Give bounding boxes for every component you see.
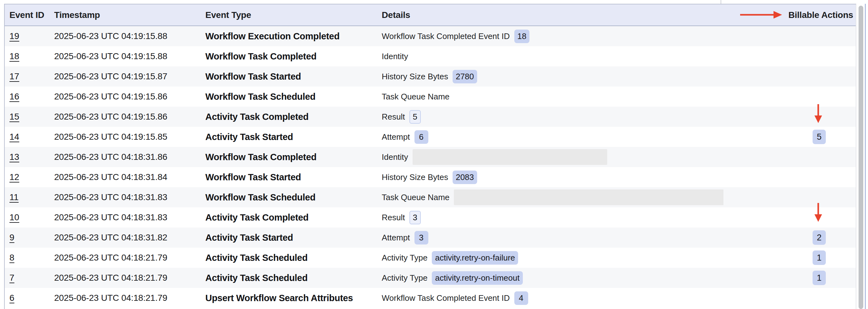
table-header-row: Event ID Timestamp Event Type Details Bi… (5, 4, 856, 26)
event-type-cell: Activity Task Scheduled (205, 273, 382, 283)
event-id-link[interactable]: 13 (9, 152, 19, 162)
event-type-cell: Workflow Task Scheduled (205, 192, 382, 203)
table-row[interactable]: 72025-06-23 UTC 04:18:21.79Activity Task… (5, 268, 856, 288)
event-type-cell: Workflow Task Completed (205, 152, 382, 162)
table-row[interactable]: 102025-06-23 UTC 04:18:31.83Activity Tas… (5, 207, 856, 228)
column-header-billable-actions: Billable Actions (788, 10, 856, 20)
event-id-link[interactable]: 10 (9, 212, 19, 222)
table-row[interactable]: 182025-06-23 UTC 04:19:15.88Workflow Tas… (5, 46, 856, 66)
event-id-link[interactable]: 9 (9, 233, 14, 242)
event-id-cell: 6 (5, 293, 54, 303)
event-id-link[interactable]: 17 (9, 71, 19, 81)
table-row[interactable]: 112025-06-23 UTC 04:18:31.83Workflow Tas… (5, 187, 856, 207)
event-id-cell: 18 (5, 51, 54, 61)
billable-actions-cell: 2 (723, 230, 856, 245)
table-row[interactable]: 122025-06-23 UTC 04:18:31.84Workflow Tas… (5, 167, 856, 187)
timestamp-cell: 2025-06-23 UTC 04:19:15.88 (54, 31, 205, 41)
details-cell: Attempt3 (382, 231, 723, 244)
table-row[interactable]: 92025-06-23 UTC 04:18:31.82Activity Task… (5, 228, 856, 248)
scrollbar-thumb[interactable] (859, 6, 863, 309)
timestamp-cell: 2025-06-23 UTC 04:18:31.83 (54, 212, 205, 222)
detail-value-badge: 6 (414, 130, 428, 144)
detail-label: Activity Type (382, 253, 427, 263)
detail-label: Workflow Task Completed Event ID (382, 293, 510, 303)
details-cell: Workflow Task Completed Event ID18 (382, 30, 723, 43)
table-row[interactable]: 192025-06-23 UTC 04:19:15.88Workflow Exe… (5, 26, 856, 46)
table-row[interactable]: 152025-06-23 UTC 04:19:15.86Activity Tas… (5, 107, 856, 127)
billable-count-badge: 5 (812, 130, 826, 144)
event-id-link[interactable]: 16 (9, 92, 19, 101)
detail-label: Task Queue Name (382, 193, 450, 202)
details-cell: Task Queue Name (382, 190, 723, 205)
column-header-event-id: Event ID (5, 10, 54, 20)
details-cell: History Size Bytes2780 (382, 70, 723, 83)
detail-value-badge: 18 (514, 30, 530, 43)
event-id-link[interactable]: 18 (9, 51, 19, 61)
table-row[interactable]: 82025-06-23 UTC 04:18:21.79Activity Task… (5, 248, 856, 268)
detail-value-badge: 2780 (453, 70, 477, 83)
detail-label: Activity Type (382, 273, 427, 283)
detail-value-badge: 2083 (453, 171, 477, 184)
column-header-timestamp: Timestamp (54, 10, 205, 20)
detail-value-badge: activity.retry-on-timeout (432, 271, 523, 285)
top-strip (0, 0, 868, 4)
detail-label: History Size Bytes (382, 72, 448, 81)
detail-label: Attempt (382, 132, 410, 142)
event-id-cell: 17 (5, 71, 54, 81)
event-id-cell: 13 (5, 152, 54, 162)
details-cell: Identity (382, 52, 723, 61)
event-type-cell: Activity Task Scheduled (205, 253, 382, 263)
event-id-cell: 11 (5, 192, 54, 202)
timestamp-cell: 2025-06-23 UTC 04:19:15.87 (54, 71, 205, 81)
event-type-cell: Workflow Task Completed (205, 51, 382, 62)
timestamp-cell: 2025-06-23 UTC 04:18:21.79 (54, 293, 205, 303)
event-id-link[interactable]: 14 (9, 132, 19, 142)
detail-label: Attempt (382, 233, 410, 243)
timestamp-cell: 2025-06-23 UTC 04:19:15.85 (54, 132, 205, 142)
top-divider (721, 0, 721, 4)
timestamp-cell: 2025-06-23 UTC 04:19:15.86 (54, 112, 205, 122)
event-id-link[interactable]: 12 (9, 172, 19, 182)
event-type-cell: Activity Task Completed (205, 112, 382, 122)
table-row[interactable]: 142025-06-23 UTC 04:19:15.85Activity Tas… (5, 127, 856, 147)
detail-value-badge: activity.retry-on-failure (432, 251, 518, 265)
event-type-cell: Workflow Task Scheduled (205, 92, 382, 102)
column-header-event-type: Event Type (205, 10, 382, 20)
event-id-link[interactable]: 11 (9, 192, 19, 202)
timestamp-cell: 2025-06-23 UTC 04:18:31.83 (54, 192, 205, 202)
table-row[interactable]: 162025-06-23 UTC 04:19:15.86Workflow Tas… (5, 87, 856, 107)
timestamp-cell: 2025-06-23 UTC 04:18:21.79 (54, 273, 205, 283)
event-id-link[interactable]: 19 (9, 31, 19, 41)
event-id-link[interactable]: 8 (9, 253, 14, 263)
event-id-cell: 16 (5, 92, 54, 102)
timestamp-cell: 2025-06-23 UTC 04:18:31.84 (54, 172, 205, 182)
detail-label: Result (382, 112, 405, 122)
event-type-cell: Activity Task Completed (205, 212, 382, 223)
event-type-cell: Workflow Task Started (205, 172, 382, 182)
billable-count-badge: 1 (812, 271, 826, 285)
event-id-cell: 7 (5, 273, 54, 283)
event-id-cell: 9 (5, 233, 54, 243)
timestamp-cell: 2025-06-23 UTC 04:19:15.86 (54, 92, 205, 102)
table-row[interactable]: 172025-06-23 UTC 04:19:15.87Workflow Tas… (5, 66, 856, 87)
details-cell: History Size Bytes2083 (382, 171, 723, 184)
table-row[interactable]: 62025-06-23 UTC 04:18:21.79Upsert Workfl… (5, 288, 856, 308)
event-id-link[interactable]: 15 (9, 112, 19, 122)
event-history-table: Event ID Timestamp Event Type Details Bi… (4, 4, 856, 309)
event-id-link[interactable]: 7 (9, 273, 14, 282)
detail-label: Identity (382, 52, 408, 61)
timestamp-cell: 2025-06-23 UTC 04:18:31.86 (54, 152, 205, 162)
details-cell: Activity Typeactivity.retry-on-timeout (382, 271, 723, 285)
billable-actions-cell: 1 (723, 250, 856, 265)
detail-label: History Size Bytes (382, 172, 448, 182)
table-row[interactable]: 132025-06-23 UTC 04:18:31.86Workflow Tas… (5, 147, 856, 167)
detail-label: Workflow Task Completed Event ID (382, 31, 510, 41)
details-cell: Identity (382, 149, 723, 165)
detail-label: Identity (382, 152, 408, 162)
timestamp-cell: 2025-06-23 UTC 04:19:15.88 (54, 51, 205, 61)
detail-label: Task Queue Name (382, 92, 450, 102)
event-id-link[interactable]: 6 (9, 293, 14, 303)
details-cell: Attempt6 (382, 130, 723, 144)
details-cell: Task Queue Name (382, 92, 723, 102)
detail-value-badge: 3 (409, 211, 421, 225)
